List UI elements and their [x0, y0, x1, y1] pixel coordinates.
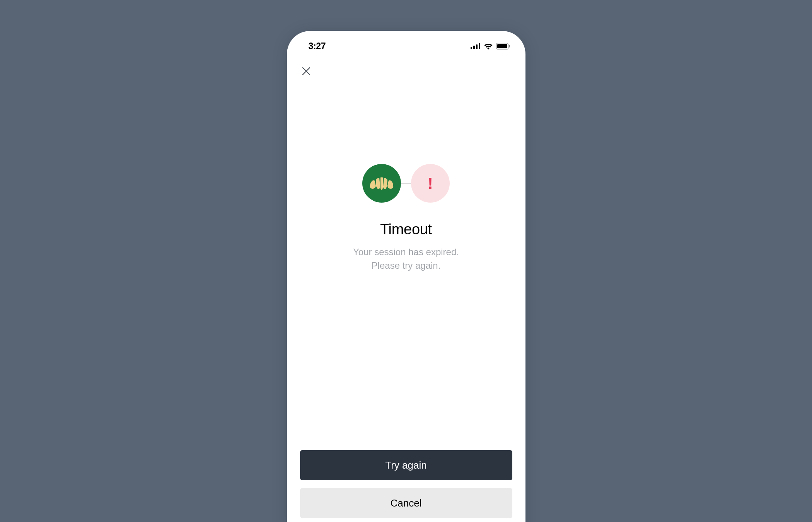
subtitle-line-1: Your session has expired.: [353, 247, 459, 257]
main-content: ! Timeout Your session has expired. Plea…: [287, 79, 525, 450]
cellular-signal-icon: [471, 43, 481, 49]
croissant-icon: [369, 174, 394, 193]
subtitle-line-2: Please try again.: [372, 260, 441, 271]
error-title: Timeout: [380, 221, 432, 238]
svg-rect-5: [497, 44, 507, 48]
status-bar: 3:27: [287, 31, 525, 54]
exclamation-icon: !: [428, 176, 433, 191]
battery-icon: [496, 43, 510, 49]
svg-rect-6: [509, 45, 510, 47]
wifi-icon: [484, 43, 493, 49]
try-again-button[interactable]: Try again: [300, 450, 512, 480]
close-icon: [302, 67, 310, 75]
nav-bar: [287, 54, 525, 79]
svg-rect-1: [473, 46, 475, 49]
status-time: 3:27: [309, 41, 326, 51]
svg-rect-0: [471, 47, 472, 49]
app-logo-circle: [362, 164, 401, 203]
button-container: Try again Cancel: [287, 450, 525, 522]
svg-rect-3: [479, 43, 480, 49]
close-button[interactable]: [299, 63, 314, 79]
connector-line: [401, 183, 411, 184]
error-status-circle: !: [411, 164, 450, 203]
cancel-button[interactable]: Cancel: [300, 488, 512, 518]
error-subtitle: Your session has expired. Please try aga…: [353, 246, 459, 273]
status-icons: [471, 43, 510, 49]
phone-frame: 3:27: [287, 31, 525, 522]
svg-rect-2: [476, 44, 478, 49]
status-icon-row: !: [362, 164, 450, 203]
